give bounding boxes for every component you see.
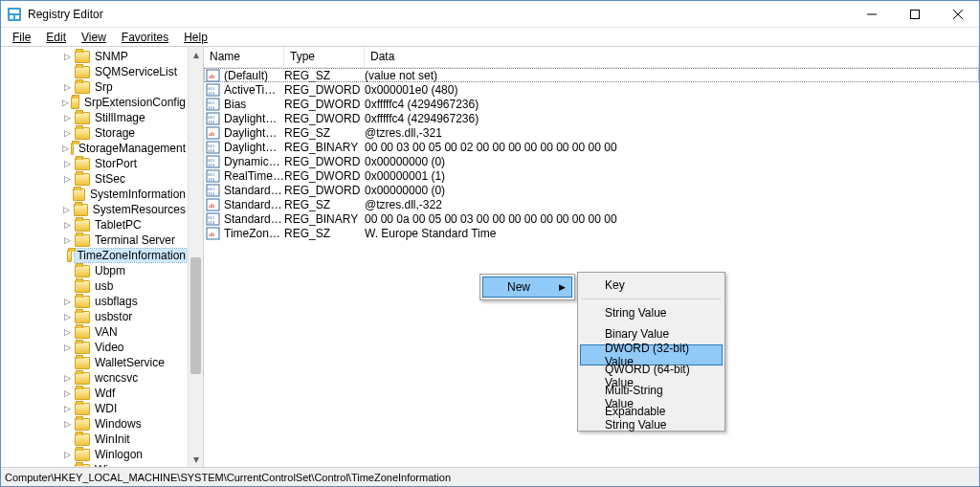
expand-icon[interactable]: ▷ xyxy=(62,343,73,353)
tree-item-label: WalletService xyxy=(93,356,167,369)
value-type: REG_BINARY xyxy=(284,141,365,154)
list-row[interactable]: abStandardNameREG_SZ@tzres.dll,-322 xyxy=(204,197,979,211)
column-header-type[interactable]: Type xyxy=(284,47,365,67)
tree-item[interactable]: ▷Winresume xyxy=(1,462,188,467)
tree-item[interactable]: ▷SrpExtensionConfig xyxy=(1,95,188,110)
binary-value-icon: 011110 xyxy=(206,168,221,184)
menu-view[interactable]: View xyxy=(74,29,114,46)
folder-icon xyxy=(75,311,90,323)
tree-item[interactable]: ▷usbstor xyxy=(1,309,188,324)
column-header-data[interactable]: Data xyxy=(365,47,979,67)
expand-icon[interactable]: ▷ xyxy=(62,327,73,338)
close-button[interactable] xyxy=(936,1,979,27)
expand-icon[interactable]: ▷ xyxy=(62,128,73,139)
context-item-key[interactable]: Key xyxy=(580,275,723,296)
tree-item[interactable]: SQMServiceList xyxy=(1,64,188,79)
tree-item-label: SNMP xyxy=(93,50,130,63)
tree-item-label: StillImage xyxy=(93,111,147,124)
tree-item[interactable]: ▷Srp xyxy=(1,79,188,95)
tree-item[interactable]: ▷wcncsvc xyxy=(1,370,188,386)
column-header-name[interactable]: Name xyxy=(204,47,284,67)
tree-item[interactable]: ▷SystemResources xyxy=(1,202,188,217)
tree-item[interactable]: ▷usbflags xyxy=(1,294,188,309)
context-item-string[interactable]: String Value xyxy=(580,302,723,323)
minimize-button[interactable] xyxy=(850,1,893,27)
scroll-down-button[interactable]: ▾ xyxy=(189,452,203,467)
value-name: RealTimeIsUniv... xyxy=(224,169,284,183)
expand-icon[interactable]: ▷ xyxy=(62,419,73,430)
list-row[interactable]: 011110ActiveTimeBiasREG_DWORD0x000001e0 … xyxy=(204,82,979,97)
svg-rect-1 xyxy=(10,10,19,13)
expand-icon[interactable]: ▷ xyxy=(62,404,73,414)
scroll-thumb[interactable] xyxy=(190,257,201,374)
tree-item[interactable]: ▷StorageManagement xyxy=(1,141,188,156)
tree-item[interactable]: ▷Storage xyxy=(1,125,188,141)
expand-icon[interactable]: ▷ xyxy=(62,220,73,231)
menu-file[interactable]: File xyxy=(5,29,38,46)
list-row[interactable]: 011110StandardStartREG_BINARY00 00 0a 00… xyxy=(204,211,979,226)
binary-value-icon: 011110 xyxy=(206,111,221,126)
list-row[interactable]: 011110DaylightBiasREG_DWORD0xfffffc4 (42… xyxy=(204,111,979,125)
list-row[interactable]: 011110DynamicDaylig...REG_DWORD0x0000000… xyxy=(204,154,979,168)
expand-icon[interactable]: ▷ xyxy=(62,113,73,123)
context-separator xyxy=(582,299,721,299)
expand-icon[interactable]: ▷ xyxy=(62,159,73,169)
list-row[interactable]: 011110RealTimeIsUniv...REG_DWORD0x000000… xyxy=(204,168,979,183)
tree-item[interactable]: ▷Terminal Server xyxy=(1,232,188,248)
expand-icon[interactable]: ▷ xyxy=(62,144,69,154)
menu-edit[interactable]: Edit xyxy=(38,29,74,46)
tree-item-label: Wdf xyxy=(93,387,117,400)
tree-item[interactable]: Ubpm xyxy=(1,263,188,278)
tree-item[interactable]: ▷VAN xyxy=(1,324,188,340)
tree-item[interactable]: ▷Wdf xyxy=(1,386,188,401)
tree-item[interactable]: ▷Winlogon xyxy=(1,447,188,462)
expand-icon[interactable]: ▷ xyxy=(62,98,69,108)
maximize-button[interactable] xyxy=(893,1,936,27)
expand-icon[interactable]: ▷ xyxy=(62,297,73,307)
tree-item[interactable]: ▷WDI xyxy=(1,401,188,416)
tree-item[interactable]: ▷Windows xyxy=(1,416,188,432)
expand-icon[interactable]: ▷ xyxy=(62,312,73,322)
value-type: REG_SZ xyxy=(284,198,365,211)
scroll-track[interactable] xyxy=(189,62,203,452)
expand-icon[interactable]: ▷ xyxy=(62,373,73,384)
svg-text:110: 110 xyxy=(208,148,215,153)
tree-item-label: usbflags xyxy=(93,295,140,308)
tree-item-label: SrpExtensionConfig xyxy=(82,96,188,109)
tree-item[interactable]: ▷TabletPC xyxy=(1,217,188,232)
svg-rect-3 xyxy=(15,15,19,19)
list-row[interactable]: 011110StandardBiasREG_DWORD0x00000000 (0… xyxy=(204,183,979,197)
tree-item[interactable]: SystemInformation xyxy=(1,187,188,202)
tree-item[interactable]: ▷SNMP xyxy=(1,49,188,64)
expand-icon[interactable]: ▷ xyxy=(62,174,73,185)
scroll-up-button[interactable]: ▴ xyxy=(189,47,203,62)
menu-help[interactable]: Help xyxy=(176,29,215,46)
tree-scrollbar[interactable]: ▴ ▾ xyxy=(188,47,203,467)
menu-favorites[interactable]: Favorites xyxy=(114,29,176,46)
tree-item[interactable]: WinInit xyxy=(1,432,188,447)
expand-icon[interactable]: ▷ xyxy=(62,465,73,468)
tree-item[interactable]: TimeZoneInformation xyxy=(1,248,188,263)
expand-icon[interactable]: ▷ xyxy=(62,82,73,93)
expand-icon[interactable]: ▷ xyxy=(62,235,73,246)
svg-rect-2 xyxy=(10,15,13,19)
tree-item[interactable]: WalletService xyxy=(1,355,188,370)
expand-icon[interactable]: ▷ xyxy=(62,450,73,460)
list-row[interactable]: 011110DaylightStartREG_BINARY00 00 03 00… xyxy=(204,140,979,154)
folder-icon xyxy=(71,143,74,155)
tree-item[interactable]: ▷Video xyxy=(1,340,188,355)
tree-item[interactable]: usb xyxy=(1,278,188,294)
tree-item[interactable]: ▷StorPort xyxy=(1,156,188,171)
list-row[interactable]: abTimeZoneKeyN...REG_SZW. Europe Standar… xyxy=(204,226,979,240)
expand-icon[interactable]: ▷ xyxy=(62,52,73,62)
context-item-new[interactable]: New ▶ xyxy=(482,277,572,298)
context-item-expand[interactable]: Expandable String Value xyxy=(580,408,723,429)
list-row[interactable]: ab(Default)REG_SZ(value not set) xyxy=(204,68,979,82)
list-row[interactable]: abDaylightNameREG_SZ@tzres.dll,-321 xyxy=(204,125,979,140)
tree-item[interactable]: ▷StSec xyxy=(1,171,188,187)
expand-icon[interactable]: ▷ xyxy=(62,205,72,215)
expand-icon[interactable]: ▷ xyxy=(62,388,73,399)
list-row[interactable]: 011110BiasREG_DWORD0xfffffc4 (4294967236… xyxy=(204,97,979,111)
value-type: REG_DWORD xyxy=(284,83,365,97)
tree-item[interactable]: ▷StillImage xyxy=(1,110,188,125)
